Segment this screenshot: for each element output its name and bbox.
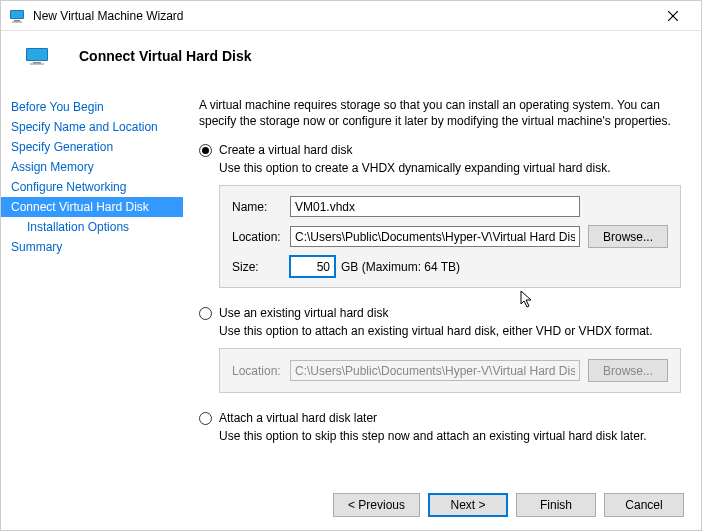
location-input[interactable] (290, 226, 580, 247)
option-existing: Use an existing virtual hard disk Use th… (199, 306, 681, 393)
existing-fieldset: Location: Browse... (219, 348, 681, 393)
close-icon (668, 11, 678, 21)
size-input[interactable] (290, 256, 335, 277)
svg-rect-1 (11, 11, 23, 18)
create-fieldset: Name: Location: Browse... Size: GB (Maxi… (219, 185, 681, 288)
nav-item-summary[interactable]: Summary (1, 237, 183, 257)
nav-item-installation-options[interactable]: Installation Options (1, 217, 183, 237)
nav-item-assign-memory[interactable]: Assign Memory (1, 157, 183, 177)
existing-browse-button: Browse... (588, 359, 668, 382)
browse-button[interactable]: Browse... (588, 225, 668, 248)
size-unit: GB (Maximum: 64 TB) (341, 260, 460, 274)
svg-rect-8 (33, 62, 41, 64)
wizard-nav: Before You BeginSpecify Name and Locatio… (1, 85, 183, 465)
name-input[interactable] (290, 196, 580, 217)
nav-item-specify-generation[interactable]: Specify Generation (1, 137, 183, 157)
svg-rect-3 (12, 21, 22, 22)
nav-item-specify-name-and-location[interactable]: Specify Name and Location (1, 117, 183, 137)
radio-later[interactable] (199, 412, 212, 425)
option-later-desc: Use this option to skip this step now an… (219, 429, 681, 443)
previous-button[interactable]: < Previous (333, 493, 420, 517)
page-header: Connect Virtual Hard Disk (1, 31, 701, 85)
window-title: New Virtual Machine Wizard (33, 9, 653, 23)
cancel-button[interactable]: Cancel (604, 493, 684, 517)
option-later: Attach a virtual hard disk later Use thi… (199, 411, 681, 443)
nav-item-before-you-begin[interactable]: Before You Begin (1, 97, 183, 117)
intro-text: A virtual machine requires storage so th… (199, 97, 681, 129)
wizard-footer: < Previous Next > Finish Cancel (333, 493, 684, 517)
wizard-icon (25, 47, 49, 65)
option-create: Create a virtual hard disk Use this opti… (199, 143, 681, 288)
svg-rect-7 (27, 49, 47, 60)
wizard-content: A virtual machine requires storage so th… (183, 85, 701, 465)
page-title: Connect Virtual Hard Disk (79, 48, 251, 64)
existing-location-label: Location: (232, 364, 290, 378)
option-later-radio-row[interactable]: Attach a virtual hard disk later (199, 411, 681, 425)
option-existing-radio-row[interactable]: Use an existing virtual hard disk (199, 306, 681, 320)
option-later-label: Attach a virtual hard disk later (219, 411, 377, 425)
option-create-label: Create a virtual hard disk (219, 143, 352, 157)
location-label: Location: (232, 230, 290, 244)
radio-existing[interactable] (199, 307, 212, 320)
close-button[interactable] (653, 1, 693, 31)
app-icon (9, 8, 25, 24)
existing-location-input (290, 360, 580, 381)
name-label: Name: (232, 200, 290, 214)
next-button[interactable]: Next > (428, 493, 508, 517)
option-existing-desc: Use this option to attach an existing vi… (219, 324, 681, 338)
titlebar: New Virtual Machine Wizard (1, 1, 701, 31)
svg-rect-9 (30, 64, 44, 65)
option-existing-label: Use an existing virtual hard disk (219, 306, 388, 320)
svg-rect-2 (14, 20, 20, 22)
option-create-radio-row[interactable]: Create a virtual hard disk (199, 143, 681, 157)
option-create-desc: Use this option to create a VHDX dynamic… (219, 161, 681, 175)
size-label: Size: (232, 260, 290, 274)
radio-create[interactable] (199, 144, 212, 157)
nav-item-configure-networking[interactable]: Configure Networking (1, 177, 183, 197)
finish-button[interactable]: Finish (516, 493, 596, 517)
nav-item-connect-virtual-hard-disk[interactable]: Connect Virtual Hard Disk (1, 197, 183, 217)
